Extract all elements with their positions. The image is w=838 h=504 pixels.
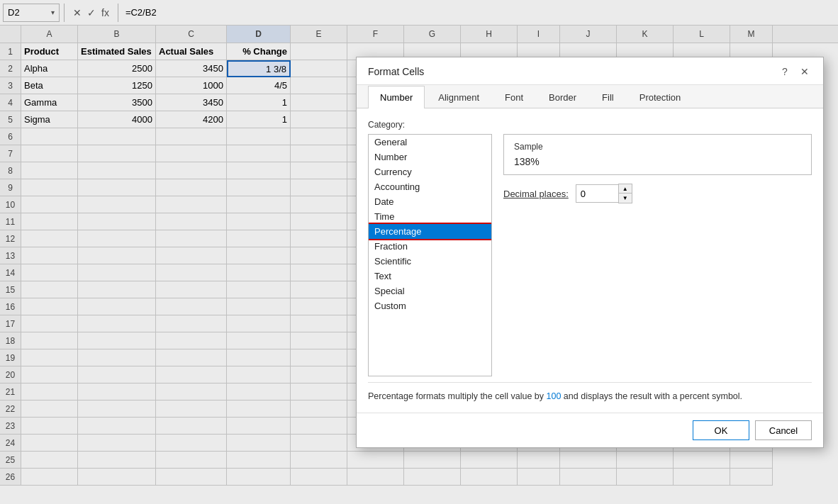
list-item[interactable]: Date (369, 194, 491, 209)
spinner-down-button[interactable]: ▼ (619, 194, 632, 203)
right-panel: Sample 138% Decimal places: ▲ ▼ (503, 134, 812, 376)
decimal-spinner: ▲ ▼ (576, 184, 632, 203)
dialog-titlebar-icons: ? ✕ (778, 65, 812, 79)
decimal-places-row: Decimal places: ▲ ▼ (503, 184, 812, 203)
cancel-button[interactable]: Cancel (755, 420, 812, 440)
spreadsheet-container: D2 ▾ ✕ ✓ fx A B C D E F G H I J K L M (0, 0, 838, 504)
dialog-titlebar: Format Cells ? ✕ (357, 57, 823, 85)
dialog-help-icon[interactable]: ? (778, 65, 792, 79)
dialog-close-icon[interactable]: ✕ (798, 65, 812, 79)
dialog-footer: OK Cancel (357, 413, 823, 447)
category-list-container: General Number Currency Accounting Date … (368, 134, 492, 376)
list-item[interactable]: Number (369, 150, 491, 164)
list-item[interactable]: Accounting (369, 179, 491, 194)
tab-number[interactable]: Number (368, 86, 425, 108)
list-item[interactable]: Custom (369, 298, 491, 313)
decimal-input[interactable] (576, 184, 618, 203)
list-item[interactable]: Special (369, 284, 491, 298)
list-item[interactable]: Time (369, 209, 491, 224)
dialog-title: Format Cells (368, 66, 424, 77)
tab-font[interactable]: Font (493, 86, 535, 108)
ok-button[interactable]: OK (693, 420, 749, 440)
tab-protection[interactable]: Protection (627, 86, 693, 108)
dialog-overlay: Format Cells ? ✕ Number Alignment Font B… (0, 0, 838, 504)
dialog-content: Category: General Number Currency Accoun… (357, 108, 823, 413)
tab-alignment[interactable]: Alignment (426, 86, 491, 108)
list-item[interactable]: Currency (369, 164, 491, 179)
tab-fill[interactable]: Fill (590, 86, 626, 108)
category-label: Category: (368, 120, 812, 130)
list-item[interactable]: Scientific (369, 254, 491, 269)
description-highlight: 100 (547, 391, 562, 401)
spinner-up-button[interactable]: ▲ (619, 184, 632, 194)
category-list: General Number Currency Accounting Date … (369, 135, 491, 376)
list-item[interactable]: General (369, 135, 491, 150)
list-item[interactable]: Fraction (369, 239, 491, 254)
sample-box: Sample 138% (503, 134, 812, 175)
list-item[interactable]: Text (369, 269, 491, 284)
format-cells-dialog: Format Cells ? ✕ Number Alignment Font B… (356, 57, 824, 448)
description-text: Percentage formats multiply the cell val… (368, 382, 812, 401)
spinner-buttons: ▲ ▼ (618, 184, 632, 203)
category-list-wrapper: General Number Currency Accounting Date … (368, 134, 812, 376)
tab-border[interactable]: Border (537, 86, 588, 108)
list-item-percentage[interactable]: Percentage (369, 224, 491, 239)
sample-label: Sample (514, 142, 801, 152)
dialog-tabs: Number Alignment Font Border Fill Protec… (357, 85, 823, 108)
decimal-places-label: Decimal places: (503, 189, 569, 199)
sample-value: 138% (514, 156, 801, 167)
